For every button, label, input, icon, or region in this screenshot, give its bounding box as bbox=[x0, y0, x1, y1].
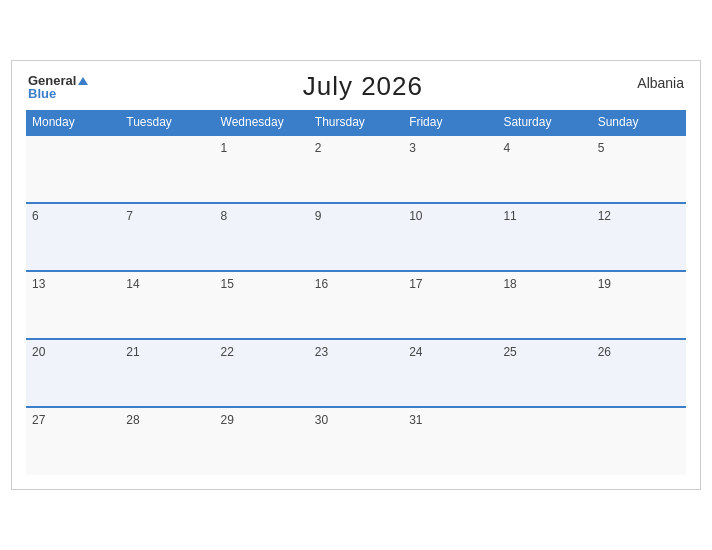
weekday-header-row: MondayTuesdayWednesdayThursdayFridaySatu… bbox=[26, 110, 686, 135]
calendar-day-cell: 16 bbox=[309, 271, 403, 339]
weekday-header-monday: Monday bbox=[26, 110, 120, 135]
day-number: 22 bbox=[221, 345, 234, 359]
calendar-day-cell bbox=[120, 135, 214, 203]
calendar-day-cell: 31 bbox=[403, 407, 497, 475]
calendar-day-cell: 22 bbox=[215, 339, 309, 407]
logo-blue-text: Blue bbox=[28, 87, 88, 100]
calendar-day-cell: 2 bbox=[309, 135, 403, 203]
calendar-day-cell: 30 bbox=[309, 407, 403, 475]
calendar-day-cell: 9 bbox=[309, 203, 403, 271]
calendar-container: General Blue July 2026 Albania MondayTue… bbox=[11, 60, 701, 490]
day-number: 24 bbox=[409, 345, 422, 359]
calendar-day-cell: 14 bbox=[120, 271, 214, 339]
weekday-header-friday: Friday bbox=[403, 110, 497, 135]
day-number: 29 bbox=[221, 413, 234, 427]
day-number: 26 bbox=[598, 345, 611, 359]
calendar-week-row: 20212223242526 bbox=[26, 339, 686, 407]
day-number: 23 bbox=[315, 345, 328, 359]
weekday-header-wednesday: Wednesday bbox=[215, 110, 309, 135]
calendar-day-cell: 20 bbox=[26, 339, 120, 407]
day-number: 21 bbox=[126, 345, 139, 359]
country-label: Albania bbox=[637, 75, 684, 91]
day-number: 19 bbox=[598, 277, 611, 291]
calendar-day-cell: 19 bbox=[592, 271, 686, 339]
calendar-day-cell: 15 bbox=[215, 271, 309, 339]
day-number: 30 bbox=[315, 413, 328, 427]
day-number: 12 bbox=[598, 209, 611, 223]
calendar-header: General Blue July 2026 Albania bbox=[26, 71, 686, 102]
calendar-day-cell: 26 bbox=[592, 339, 686, 407]
calendar-day-cell: 25 bbox=[497, 339, 591, 407]
calendar-day-cell: 17 bbox=[403, 271, 497, 339]
day-number: 9 bbox=[315, 209, 322, 223]
calendar-day-cell: 13 bbox=[26, 271, 120, 339]
calendar-week-row: 12345 bbox=[26, 135, 686, 203]
day-number: 5 bbox=[598, 141, 605, 155]
day-number: 8 bbox=[221, 209, 228, 223]
calendar-day-cell: 6 bbox=[26, 203, 120, 271]
calendar-day-cell: 24 bbox=[403, 339, 497, 407]
weekday-header-saturday: Saturday bbox=[497, 110, 591, 135]
day-number: 16 bbox=[315, 277, 328, 291]
logo-triangle-icon bbox=[78, 77, 88, 85]
calendar-day-cell: 10 bbox=[403, 203, 497, 271]
weekday-header-sunday: Sunday bbox=[592, 110, 686, 135]
day-number: 14 bbox=[126, 277, 139, 291]
calendar-week-row: 13141516171819 bbox=[26, 271, 686, 339]
day-number: 28 bbox=[126, 413, 139, 427]
day-number: 6 bbox=[32, 209, 39, 223]
calendar-week-row: 2728293031 bbox=[26, 407, 686, 475]
day-number: 25 bbox=[503, 345, 516, 359]
day-number: 10 bbox=[409, 209, 422, 223]
day-number: 7 bbox=[126, 209, 133, 223]
day-number: 17 bbox=[409, 277, 422, 291]
calendar-day-cell: 7 bbox=[120, 203, 214, 271]
logo-general-text: General bbox=[28, 74, 88, 87]
logo: General Blue bbox=[28, 74, 88, 100]
day-number: 1 bbox=[221, 141, 228, 155]
calendar-day-cell bbox=[497, 407, 591, 475]
calendar-day-cell: 1 bbox=[215, 135, 309, 203]
day-number: 11 bbox=[503, 209, 516, 223]
day-number: 20 bbox=[32, 345, 45, 359]
calendar-day-cell: 4 bbox=[497, 135, 591, 203]
calendar-week-row: 6789101112 bbox=[26, 203, 686, 271]
weekday-header-thursday: Thursday bbox=[309, 110, 403, 135]
day-number: 18 bbox=[503, 277, 516, 291]
day-number: 4 bbox=[503, 141, 510, 155]
day-number: 2 bbox=[315, 141, 322, 155]
day-number: 31 bbox=[409, 413, 422, 427]
day-number: 27 bbox=[32, 413, 45, 427]
calendar-day-cell bbox=[26, 135, 120, 203]
calendar-day-cell: 11 bbox=[497, 203, 591, 271]
calendar-day-cell: 18 bbox=[497, 271, 591, 339]
day-number: 15 bbox=[221, 277, 234, 291]
calendar-day-cell: 3 bbox=[403, 135, 497, 203]
weekday-header-tuesday: Tuesday bbox=[120, 110, 214, 135]
calendar-day-cell: 28 bbox=[120, 407, 214, 475]
calendar-day-cell: 12 bbox=[592, 203, 686, 271]
month-title: July 2026 bbox=[303, 71, 423, 102]
calendar-grid: MondayTuesdayWednesdayThursdayFridaySatu… bbox=[26, 110, 686, 475]
day-number: 13 bbox=[32, 277, 45, 291]
calendar-day-cell: 21 bbox=[120, 339, 214, 407]
calendar-day-cell: 29 bbox=[215, 407, 309, 475]
calendar-day-cell: 8 bbox=[215, 203, 309, 271]
calendar-day-cell: 23 bbox=[309, 339, 403, 407]
day-number: 3 bbox=[409, 141, 416, 155]
calendar-day-cell: 5 bbox=[592, 135, 686, 203]
calendar-day-cell: 27 bbox=[26, 407, 120, 475]
calendar-day-cell bbox=[592, 407, 686, 475]
